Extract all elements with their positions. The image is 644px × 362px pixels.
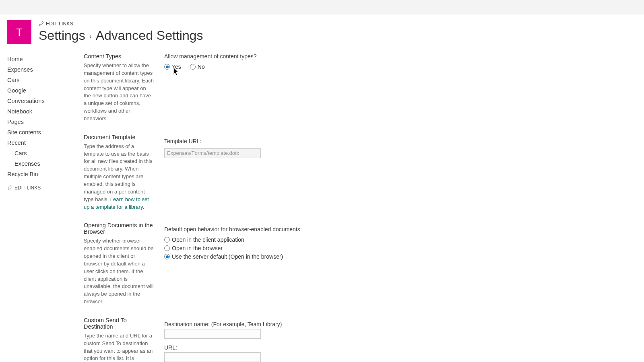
section-send-to: Custom Send To Destination Type the name… xyxy=(84,317,637,362)
open-client-radio[interactable]: Open in the client application xyxy=(164,237,637,243)
opening-title: Opening Documents in the Browser xyxy=(84,222,155,235)
open-server-default-radio[interactable]: Use the server default (Open in the brow… xyxy=(164,253,637,260)
content-types-title: Content Types xyxy=(84,53,155,60)
nav-site-contents[interactable]: Site contents xyxy=(7,127,84,138)
nav-recent-expenses[interactable]: Expenses xyxy=(7,158,84,169)
header: T EDIT LINKS Settings › Advanced Setting… xyxy=(0,14,644,48)
nav-recycle-bin[interactable]: Recycle Bin xyxy=(7,169,84,179)
sendto-url-input[interactable] xyxy=(164,352,261,362)
nav-recent[interactable]: Recent xyxy=(7,138,84,148)
nav-home[interactable]: Home xyxy=(7,54,84,64)
suite-bar xyxy=(0,0,644,14)
radio-icon xyxy=(164,237,170,243)
nav-expenses[interactable]: Expenses xyxy=(7,64,84,75)
content-types-no-radio[interactable]: No xyxy=(190,64,205,70)
template-title: Document Template xyxy=(84,134,155,140)
template-url-input[interactable] xyxy=(164,148,261,158)
radio-label: Yes xyxy=(172,64,181,70)
section-document-template: Document Template Type the address of a … xyxy=(84,134,637,211)
template-desc: Type the address of a template to use as… xyxy=(84,143,155,211)
pencil-icon xyxy=(39,21,43,26)
content-area: Content Types Specify whether to allow t… xyxy=(84,48,637,362)
edit-links-side[interactable]: EDIT LINKS xyxy=(7,179,84,191)
radio-icon xyxy=(164,245,170,251)
sendto-desc: Type the name and URL for a custom Send … xyxy=(84,332,155,362)
content-types-question: Allow management of content types? xyxy=(164,53,637,60)
opening-label: Default open behavior for browser-enable… xyxy=(164,226,637,232)
breadcrumb: Settings › Advanced Settings xyxy=(39,28,637,43)
open-browser-radio[interactable]: Open in the browser xyxy=(164,245,637,251)
sendto-dest-input[interactable] xyxy=(164,329,261,339)
content-types-yes-radio[interactable]: Yes xyxy=(164,64,181,70)
radio-icon xyxy=(164,254,170,259)
radio-label: Open in the client application xyxy=(172,237,244,243)
breadcrumb-current: Advanced Settings xyxy=(96,28,203,43)
radio-icon xyxy=(164,64,170,70)
radio-label: Open in the browser xyxy=(172,245,223,251)
section-opening-documents: Opening Documents in the Browser Specify… xyxy=(84,222,637,306)
sendto-url-label: URL: xyxy=(164,344,637,351)
content-types-desc: Specify whether to allow the management … xyxy=(84,62,155,123)
edit-links-side-label: EDIT LINKS xyxy=(14,185,41,191)
nav-pages[interactable]: Pages xyxy=(7,117,84,127)
nav-conversations[interactable]: Conversations xyxy=(7,96,84,106)
radio-label: Use the server default (Open in the brow… xyxy=(172,253,283,260)
nav-cars[interactable]: Cars xyxy=(7,75,84,85)
section-content-types: Content Types Specify whether to allow t… xyxy=(84,53,637,123)
template-url-label: Template URL: xyxy=(164,138,637,144)
site-logo-tile[interactable]: T xyxy=(7,20,31,44)
nav-notebook[interactable]: Notebook xyxy=(7,106,84,117)
edit-links-top[interactable]: EDIT LINKS xyxy=(39,20,637,28)
sendto-dest-label: Destination name: (For example, Team Lib… xyxy=(164,321,637,327)
nav-recent-cars[interactable]: Cars xyxy=(7,148,84,158)
radio-icon xyxy=(190,64,196,70)
breadcrumb-sep: › xyxy=(89,32,92,41)
left-nav: Home Expenses Cars Google Conversations … xyxy=(7,48,84,362)
edit-links-label: EDIT LINKS xyxy=(46,21,73,27)
opening-desc: Specify whether browser-enabled document… xyxy=(84,237,155,306)
pencil-icon xyxy=(7,185,12,190)
nav-google[interactable]: Google xyxy=(7,85,84,96)
sendto-title: Custom Send To Destination xyxy=(84,317,155,330)
radio-label: No xyxy=(198,64,205,70)
breadcrumb-settings[interactable]: Settings xyxy=(39,28,85,43)
